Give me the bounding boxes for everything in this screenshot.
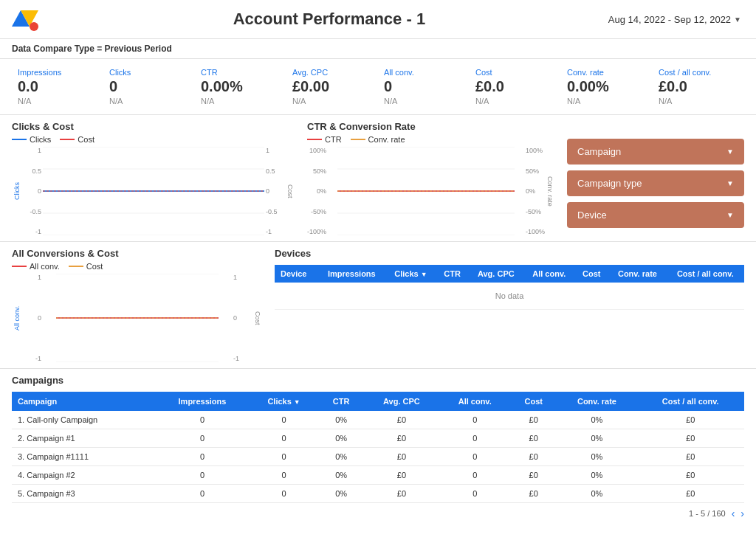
camp-col-cost: Cost (510, 392, 557, 411)
allconv-legend: All conv. Cost (12, 262, 263, 271)
allconv-chart-area: All conv. 10-1 10-1 Cost (12, 274, 263, 362)
prev-page-button[interactable]: ‹ (732, 508, 735, 519)
metric-label: Avg. CPC (292, 68, 372, 77)
camp-name: 5. Campaign #3 (12, 485, 156, 503)
camp-name: 3. Campaign #1111 (12, 448, 156, 466)
camp-convrate: 0% (557, 485, 636, 503)
google-ads-logo (12, 6, 38, 32)
metric-label: CTR (201, 68, 281, 77)
campaign-type-dropdown[interactable]: Campaign type ▼ (567, 170, 744, 196)
table-row[interactable]: 4. Campaign #2 0 0 0% £0 0 £0 0% £0 (12, 466, 744, 485)
metric-value: £0.0 (659, 78, 738, 95)
camp-cpc: £0 (363, 485, 439, 503)
camp-convrate: 0% (557, 429, 636, 448)
ctr-chart: CTR & Conversion Rate CTR Conv. rate 100… (307, 121, 555, 235)
clicks-cost-chart: Clicks & Cost Clicks Cost Clicks 10.50-0… (12, 121, 295, 235)
convrate-legend-label: Conv. rate (368, 135, 405, 144)
table-row[interactable]: 1. Call-only Campaign 0 0 0% £0 0 £0 0% … (12, 411, 744, 429)
metric-sub: N/A (475, 97, 555, 105)
cost-legend-label: Cost (78, 135, 94, 144)
ctr-y-axis-right: 100%50%0%-50%-100% (524, 147, 545, 235)
metric-sub: N/A (109, 97, 189, 105)
compare-banner: Data Compare Type = Previous Period (0, 39, 756, 59)
allconv-legend-label: All conv. (30, 262, 60, 271)
camp-costallconv: £0 (637, 448, 745, 466)
pagination-text: 1 - 5 / 160 (689, 509, 726, 518)
metric-sub: N/A (18, 97, 97, 105)
devices-no-data: No data (275, 283, 744, 310)
page-title: Account Performance - 1 (50, 10, 608, 29)
date-range-selector[interactable]: Aug 14, 2022 - Sep 12, 2022 ▼ (608, 14, 744, 25)
camp-clicks: 0 (249, 466, 319, 485)
convrate-legend-line (351, 139, 365, 140)
camp-convrate: 0% (557, 411, 636, 429)
metric-impressions: Impressions 0.0 N/A (12, 65, 103, 108)
camp-clicks: 0 (249, 429, 319, 448)
devices-col-allconv: All conv. (523, 265, 574, 283)
devices-section: Devices Device Impressions Clicks ▼ CTR … (275, 248, 744, 362)
campaign-dropdown[interactable]: Campaign ▼ (567, 139, 744, 165)
filter-dropdowns: Campaign ▼ Campaign type ▼ Device ▼ (567, 121, 744, 235)
metric-label: Clicks (109, 68, 189, 77)
camp-name: 2. Campaign #1 (12, 429, 156, 448)
camp-ctr: 0% (319, 485, 364, 503)
metric-value: 0 (384, 78, 464, 95)
camp-allconv: 0 (439, 429, 510, 448)
camp-col-ctr: CTR (319, 392, 364, 411)
charts-row-1: Clicks & Cost Clicks Cost Clicks 10.50-0… (0, 115, 756, 242)
metric-ctr: CTR 0.00% N/A (195, 65, 286, 108)
next-page-button[interactable]: › (740, 508, 744, 519)
clicks-legend-label: Clicks (30, 135, 51, 144)
ctr-legend-item: CTR (307, 135, 342, 144)
allconv-title: All Conversions & Cost (12, 248, 263, 259)
allconv-cost-legend-item: Cost (69, 262, 103, 271)
devices-col-ctr: CTR (436, 265, 469, 283)
metric-label: All conv. (384, 68, 464, 77)
campaign-type-dropdown-label: Campaign type (577, 178, 642, 189)
camp-allconv: 0 (439, 466, 510, 485)
cost-y-axis-label: Cost (285, 147, 295, 235)
table-row[interactable]: 2. Campaign #1 0 0 0% £0 0 £0 0% £0 (12, 429, 744, 448)
camp-cost: £0 (510, 466, 557, 485)
devices-col-device: Device (275, 265, 317, 283)
clicks-legend-item: Clicks (12, 135, 51, 144)
devices-col-clicks[interactable]: Clicks ▼ (385, 265, 436, 283)
metric-value: £0.00 (292, 78, 372, 95)
camp-col-cpc: Avg. CPC (363, 392, 439, 411)
camp-col-convrate: Conv. rate (557, 392, 636, 411)
camp-costallconv: £0 (637, 411, 745, 429)
table-row[interactable]: 5. Campaign #3 0 0 0% £0 0 £0 0% £0 (12, 485, 744, 503)
camp-convrate: 0% (557, 466, 636, 485)
camp-costallconv: £0 (637, 429, 745, 448)
allconv-cost-y-axis-label: Cost (252, 274, 263, 362)
camp-cpc: £0 (363, 411, 439, 429)
table-row[interactable]: 3. Campaign #1111 0 0 0% £0 0 £0 0% £0 (12, 448, 744, 466)
camp-allconv: 0 (439, 411, 510, 429)
camp-clicks: 0 (249, 485, 319, 503)
camp-allconv: 0 (439, 448, 510, 466)
campaigns-section: Campaigns Campaign Impressions Clicks ▼ … (0, 369, 756, 530)
devices-title: Devices (275, 248, 744, 259)
ctr-legend: CTR Conv. rate (307, 135, 555, 144)
cost-legend-item: Cost (60, 135, 94, 144)
devices-col-cpc: Avg. CPC (469, 265, 524, 283)
metrics-row: Impressions 0.0 N/A Clicks 0 N/A CTR 0.0… (0, 59, 756, 115)
campaign-dropdown-arrow-icon: ▼ (726, 148, 734, 156)
camp-impressions: 0 (156, 466, 250, 485)
devices-col-costallconv: Cost / all conv. (667, 265, 744, 283)
clicks-y-axis-left: 10.50-0.5-1 (22, 147, 43, 235)
camp-costallconv: £0 (637, 485, 745, 503)
devices-col-convrate: Conv. rate (608, 265, 666, 283)
camp-col-clicks[interactable]: Clicks ▼ (249, 392, 319, 411)
ctr-svg (328, 147, 524, 235)
camp-col-campaign: Campaign (12, 392, 156, 411)
metric-sub: N/A (201, 97, 281, 105)
allconv-y-axis-left: 10-1 (22, 274, 43, 362)
metric-value: £0.0 (475, 78, 555, 95)
clicks-cost-title: Clicks & Cost (12, 121, 295, 132)
metric-sub: N/A (567, 97, 647, 105)
camp-col-allconv: All conv. (439, 392, 510, 411)
device-dropdown[interactable]: Device ▼ (567, 202, 744, 228)
clicks-y-axis-right: 10.50-0.5-1 (264, 147, 285, 235)
metric-sub: N/A (384, 97, 464, 105)
